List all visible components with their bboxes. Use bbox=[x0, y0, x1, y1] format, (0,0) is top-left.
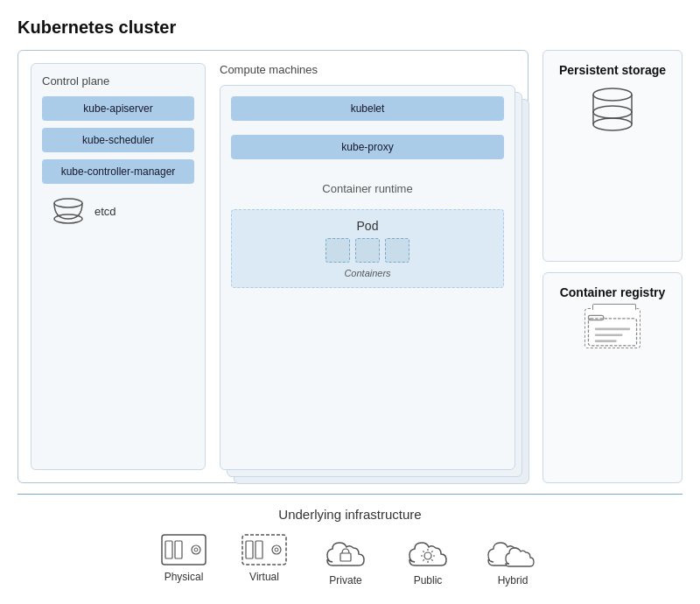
svg-line-34 bbox=[423, 559, 424, 560]
svg-rect-16 bbox=[165, 541, 172, 558]
svg-line-31 bbox=[423, 551, 424, 551]
svg-point-2 bbox=[593, 88, 632, 101]
svg-rect-20 bbox=[242, 535, 286, 565]
containers-label: Containers bbox=[344, 268, 390, 278]
compute-machines: Compute machines kubelet kube-proxy Cont… bbox=[220, 63, 515, 470]
infra-private: Private bbox=[322, 534, 369, 586]
infra-physical: Physical bbox=[161, 534, 206, 583]
kube-apiserver-box: kube-apiserver bbox=[42, 96, 194, 121]
infra-title: Underlying infrastructure bbox=[18, 507, 682, 522]
control-plane: Control plane kube-apiserver kube-schedu… bbox=[31, 63, 206, 470]
container-box-2 bbox=[355, 238, 380, 263]
storage-icon bbox=[586, 86, 639, 134]
svg-point-18 bbox=[192, 545, 200, 554]
virtual-icon bbox=[242, 534, 287, 565]
control-plane-label: Control plane bbox=[42, 74, 194, 88]
public-label: Public bbox=[414, 574, 443, 586]
kubelet-box: kubelet bbox=[231, 96, 504, 121]
infra-hybrid: Hybrid bbox=[486, 534, 539, 586]
container-registry-box: Container registry bbox=[542, 272, 682, 484]
bottom-section: Underlying infrastructure Physical Virt bbox=[18, 494, 682, 586]
virtual-label: Virtual bbox=[249, 571, 279, 583]
pod-label: Pod bbox=[357, 219, 379, 233]
svg-rect-21 bbox=[246, 541, 253, 558]
svg-line-32 bbox=[431, 559, 432, 560]
physical-label: Physical bbox=[164, 571, 204, 583]
hybrid-label: Hybrid bbox=[498, 574, 528, 586]
container-box-1 bbox=[326, 238, 350, 263]
svg-rect-17 bbox=[175, 541, 182, 558]
svg-rect-15 bbox=[162, 535, 206, 565]
etcd-label: etcd bbox=[94, 205, 116, 218]
registry-icon bbox=[584, 308, 640, 348]
main-title: Kubernetes cluster bbox=[18, 18, 682, 38]
svg-point-19 bbox=[194, 548, 198, 551]
svg-point-9 bbox=[593, 118, 632, 130]
svg-rect-25 bbox=[340, 553, 351, 561]
infra-virtual: Virtual bbox=[242, 534, 287, 583]
pod-area: Pod Containers bbox=[231, 209, 504, 288]
svg-rect-22 bbox=[256, 541, 262, 558]
persistent-storage-title: Persistent storage bbox=[559, 63, 666, 77]
hybrid-cloud-icon bbox=[486, 534, 539, 569]
public-cloud-icon bbox=[404, 534, 452, 569]
svg-point-23 bbox=[272, 545, 281, 554]
container-runtime-label: Container runtime bbox=[231, 182, 504, 195]
infrastructure-line bbox=[18, 494, 682, 495]
kube-scheduler-box: kube-scheduler bbox=[42, 128, 194, 152]
k8s-cluster-box: Control plane kube-apiserver kube-schedu… bbox=[18, 50, 528, 483]
kube-proxy-box: kube-proxy bbox=[231, 135, 504, 159]
etcd-icon bbox=[51, 198, 86, 224]
node-card-front: kubelet kube-proxy Container runtime Pod bbox=[220, 85, 515, 470]
svg-rect-10 bbox=[588, 315, 603, 320]
compute-label: Compute machines bbox=[220, 63, 515, 76]
physical-icon bbox=[161, 534, 206, 565]
svg-line-33 bbox=[431, 551, 432, 551]
private-label: Private bbox=[329, 574, 361, 586]
private-cloud-icon bbox=[322, 534, 369, 569]
svg-point-24 bbox=[275, 548, 278, 551]
infra-public: Public bbox=[404, 534, 452, 586]
svg-point-26 bbox=[424, 552, 431, 559]
kube-controller-manager-box: kube-controller-manager bbox=[42, 159, 194, 184]
svg-point-6 bbox=[593, 106, 632, 118]
svg-point-0 bbox=[54, 199, 82, 207]
svg-rect-3 bbox=[593, 95, 632, 112]
persistent-storage-box: Persistent storage bbox=[542, 50, 682, 262]
container-box-3 bbox=[385, 238, 410, 263]
container-registry-title: Container registry bbox=[560, 285, 666, 299]
